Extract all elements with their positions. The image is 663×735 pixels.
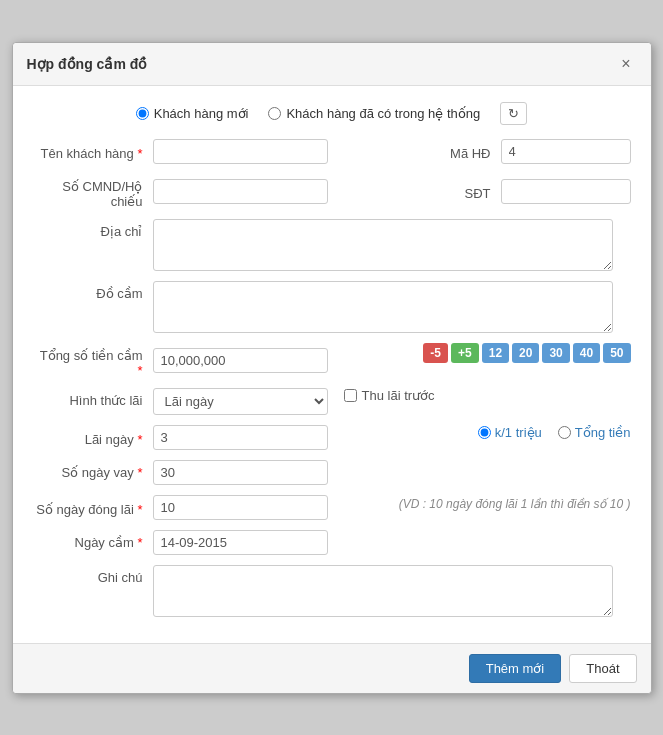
label-ma-hd: Mã HĐ: [421, 141, 501, 161]
left-cmnd: Số CMND/Hộ chiếu: [33, 174, 421, 209]
add-button[interactable]: Thêm mới: [469, 654, 562, 683]
modal-header: Hợp đồng cầm đồ ×: [13, 43, 651, 86]
row-hinh-thuc-lai: Hình thức lãi Lãi ngày Lãi tháng Thu lãi…: [33, 388, 631, 415]
row-split-1: Tên khách hàng * Mã HĐ: [33, 139, 631, 164]
radio-group-lai-type: k/1 triệu Tổng tiền: [478, 425, 631, 440]
modal-title: Hợp đồng cầm đồ: [27, 56, 148, 72]
row-so-ngay-vay: Số ngày vay *: [33, 460, 631, 485]
label-cmnd: Số CMND/Hộ chiếu: [33, 174, 153, 209]
modal-body: Khách hàng mới Khách hàng đã có trong hệ…: [13, 86, 651, 643]
modal-dialog: Hợp đồng cầm đồ × Khách hàng mới Khách h…: [12, 42, 652, 694]
input-so-ngay-dong-lai[interactable]: [153, 495, 328, 520]
input-ma-hd[interactable]: [501, 139, 631, 164]
cancel-button[interactable]: Thoát: [569, 654, 636, 683]
quick-btn-40[interactable]: 40: [573, 343, 600, 363]
label-ten-khach-hang: Tên khách hàng *: [33, 141, 153, 161]
quick-btn-12[interactable]: 12: [482, 343, 509, 363]
radio-k1-trieu-input[interactable]: [478, 426, 491, 439]
row-do-cam: Đồ cầm: [33, 281, 631, 333]
input-tong-tien-cam[interactable]: [153, 348, 328, 373]
input-sdt[interactable]: [501, 179, 631, 204]
label-so-ngay-vay: Số ngày vay *: [33, 460, 153, 480]
input-do-cam[interactable]: [153, 281, 613, 333]
input-cmnd[interactable]: [153, 179, 328, 204]
input-ngay-cam[interactable]: [153, 530, 328, 555]
row-split-2: Số CMND/Hộ chiếu SĐT: [33, 174, 631, 209]
label-so-ngay-dong-lai: Số ngày đóng lãi *: [33, 497, 153, 517]
close-button[interactable]: ×: [615, 53, 636, 75]
left-lai-ngay: Lãi ngày *: [33, 425, 462, 450]
label-do-cam: Đồ cầm: [33, 281, 153, 301]
radio-new-customer[interactable]: Khách hàng mới: [136, 106, 249, 121]
row-tong-tien-cam: Tổng số tiền cầm * -5 +5 12 20 30 40 50: [33, 343, 631, 378]
refresh-button[interactable]: ↻: [500, 102, 527, 125]
quick-buttons-group: -5 +5 12 20 30 40 50: [423, 343, 630, 363]
label-sdt: SĐT: [421, 181, 501, 201]
quick-btn-plus5[interactable]: +5: [451, 343, 479, 363]
input-so-ngay-vay[interactable]: [153, 460, 328, 485]
required-star-1: *: [137, 146, 142, 161]
radio-tong-tien-input[interactable]: [558, 426, 571, 439]
quick-btn-minus5[interactable]: -5: [423, 343, 448, 363]
modal-footer: Thêm mới Thoát: [13, 643, 651, 693]
row-ten-khach-hang: Tên khách hàng * Mã HĐ: [33, 139, 631, 164]
input-ten-khach-hang[interactable]: [153, 139, 328, 164]
quick-btn-30[interactable]: 30: [542, 343, 569, 363]
quick-btn-50[interactable]: 50: [603, 343, 630, 363]
input-lai-ngay[interactable]: [153, 425, 328, 450]
radio-new-customer-label: Khách hàng mới: [154, 106, 249, 121]
k1-trieu-label: k/1 triệu: [495, 425, 542, 440]
left-ten-khach-hang: Tên khách hàng *: [33, 139, 421, 164]
radio-existing-customer-label: Khách hàng đã có trong hệ thống: [286, 106, 480, 121]
customer-type-row: Khách hàng mới Khách hàng đã có trong hệ…: [33, 102, 631, 125]
right-ma-hd: Mã HĐ: [421, 139, 631, 164]
radio-new-customer-input[interactable]: [136, 107, 149, 120]
checkbox-thu-lai-truoc[interactable]: Thu lãi trước: [344, 388, 435, 403]
thu-lai-truoc-label: Thu lãi trước: [362, 388, 435, 403]
radio-k1-trieu[interactable]: k/1 triệu: [478, 425, 542, 440]
label-lai-ngay: Lãi ngày *: [33, 427, 153, 447]
row-dia-chi: Địa chỉ: [33, 219, 631, 271]
row-lai-ngay: Lãi ngày * k/1 triệu Tổng tiền: [33, 425, 631, 450]
label-tong-tien-cam: Tổng số tiền cầm *: [33, 343, 153, 378]
label-hinh-thuc-lai: Hình thức lãi: [33, 388, 153, 408]
radio-tong-tien[interactable]: Tổng tiền: [558, 425, 631, 440]
label-ghi-chu: Ghi chú: [33, 565, 153, 585]
radio-existing-customer-input[interactable]: [268, 107, 281, 120]
left-dong-lai: Số ngày đóng lãi *: [33, 495, 387, 520]
note-so-ngay-dong-lai: (VD : 10 ngày đóng lãi 1 lần thì điền số…: [399, 495, 631, 513]
quick-btn-20[interactable]: 20: [512, 343, 539, 363]
input-ghi-chu[interactable]: [153, 565, 613, 617]
left-tong-tien: Tổng số tiền cầm *: [33, 343, 416, 378]
input-dia-chi[interactable]: [153, 219, 613, 271]
checkbox-thu-lai-truoc-input[interactable]: [344, 389, 357, 402]
tong-tien-label: Tổng tiền: [575, 425, 631, 440]
right-sdt: SĐT: [421, 179, 631, 204]
select-hinh-thuc-lai[interactable]: Lãi ngày Lãi tháng: [153, 388, 328, 415]
row-ngay-cam: Ngày cầm *: [33, 530, 631, 555]
label-ngay-cam: Ngày cầm *: [33, 530, 153, 550]
row-cmnd: Số CMND/Hộ chiếu SĐT: [33, 174, 631, 209]
row-so-ngay-dong-lai: Số ngày đóng lãi * (VD : 10 ngày đóng lã…: [33, 495, 631, 520]
row-ghi-chu: Ghi chú: [33, 565, 631, 617]
label-dia-chi: Địa chỉ: [33, 219, 153, 239]
radio-existing-customer[interactable]: Khách hàng đã có trong hệ thống: [268, 106, 480, 121]
